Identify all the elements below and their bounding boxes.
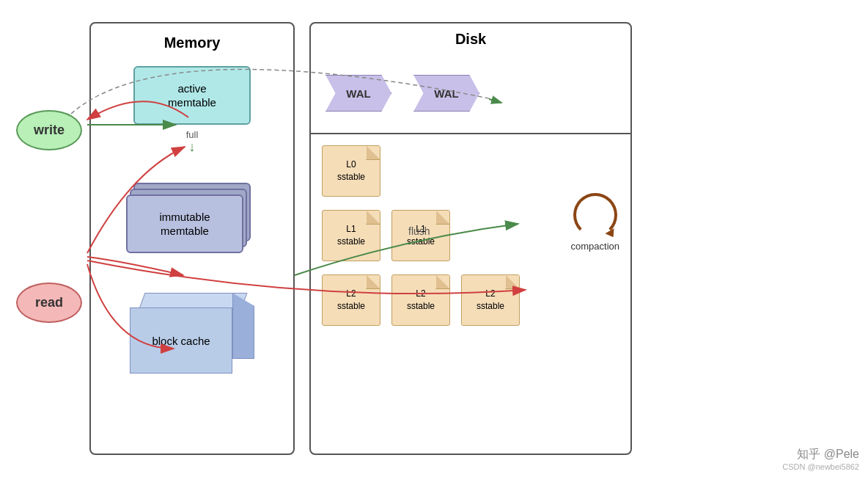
- compaction-area: compaction: [571, 193, 619, 252]
- l2-sstable-a: L2sstable: [322, 274, 380, 326]
- l1-sstable-a: L1sstable: [322, 210, 380, 261]
- wal-shape-1: WAL: [326, 75, 391, 112]
- immutable-memtable-stack: immutablememtable: [126, 183, 258, 256]
- l0-label: L0sstable: [337, 159, 365, 183]
- l1b-label: L1sstable: [407, 223, 435, 248]
- disk-title: Disk: [311, 23, 630, 54]
- l2-row: L2sstable L2sstable L2sstable: [322, 274, 619, 326]
- block-cache-right: [232, 293, 254, 359]
- diagram-wrapper: write read Memory activememtable full ↓: [16, 11, 852, 466]
- l2c-label: L2sstable: [477, 288, 504, 313]
- l1-sstable-b: L1sstable: [391, 210, 450, 261]
- block-cache-container: block cache: [130, 293, 254, 374]
- l0-sstable: L0sstable: [322, 145, 380, 197]
- compaction-circle: [573, 193, 617, 237]
- l0-row: L0sstable: [322, 145, 619, 197]
- l2-sstable-c: L2sstable: [461, 274, 520, 326]
- wal-shape-2: WAL: [413, 75, 479, 112]
- watermark-zhihu: 知乎 @Pele: [782, 447, 859, 462]
- block-cache-label: block cache: [152, 335, 210, 347]
- l1a-label: L1sstable: [337, 223, 365, 248]
- read-label: read: [35, 295, 63, 310]
- wal2-label: WAL: [434, 87, 458, 100]
- write-node: write: [16, 110, 82, 150]
- left-nodes: write read: [16, 110, 82, 323]
- compaction-label: compaction: [571, 241, 619, 252]
- l2b-label: L2sstable: [407, 288, 435, 313]
- full-arrow-down: ↓: [189, 140, 196, 153]
- watermark: 知乎 @Pele CSDN @newbei5862: [782, 447, 859, 471]
- memory-box: Memory activememtable full ↓ immutableme…: [89, 22, 295, 455]
- read-node: read: [16, 283, 82, 323]
- active-memtable-label: activememtable: [168, 81, 216, 110]
- disk-box: Disk WAL WAL L0sstable: [309, 22, 632, 455]
- l2-sstable-b: L2sstable: [391, 274, 450, 326]
- main-container: write read Memory activememtable full ↓: [0, 0, 868, 477]
- sstable-area: L0sstable L1sstable L1sstable L2sstable: [311, 134, 630, 454]
- compaction-arrow: [605, 228, 617, 240]
- wal1-label: WAL: [346, 87, 370, 100]
- wal-area: WAL WAL: [311, 54, 630, 134]
- active-memtable: activememtable: [133, 66, 251, 125]
- immutable-memtable: immutablememtable: [126, 194, 243, 253]
- watermark-csdn: CSDN @newbei5862: [782, 462, 859, 471]
- l2a-label: L2sstable: [337, 288, 365, 313]
- block-cache-front: block cache: [130, 307, 232, 374]
- full-label: full: [186, 129, 199, 140]
- immutable-memtable-label: immutablememtable: [159, 210, 210, 238]
- write-label: write: [34, 123, 65, 138]
- memory-title: Memory: [164, 34, 221, 51]
